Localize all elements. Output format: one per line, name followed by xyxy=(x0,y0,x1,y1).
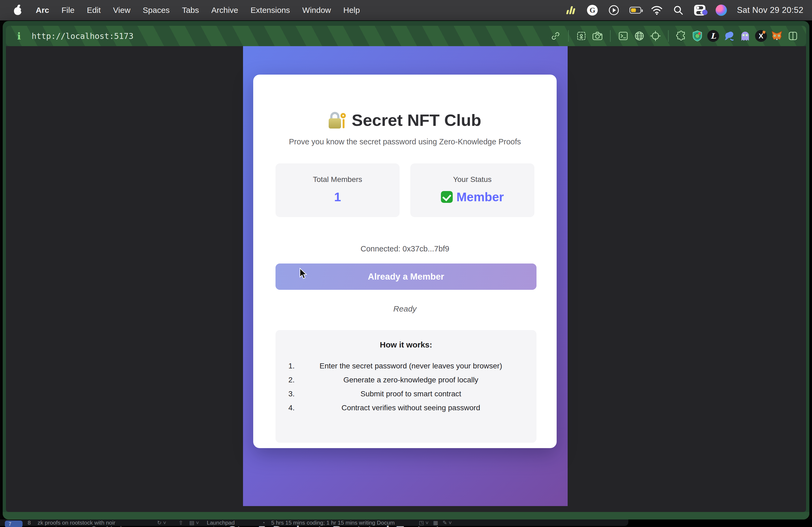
your-status-label: Your Status xyxy=(410,175,534,184)
ready-status-text: Ready xyxy=(253,304,557,313)
background-heading: Step 7: Deploy to Rootstock Testnet xyxy=(228,523,439,527)
menu-window[interactable]: Window xyxy=(296,6,337,15)
check-mark-emoji-icon xyxy=(441,191,453,203)
page-title: Secret NFT Club xyxy=(253,109,557,131)
total-members-box: Total Members 1 xyxy=(276,163,400,217)
menu-edit[interactable]: Edit xyxy=(81,6,107,15)
secret-nft-club-card: Secret NFT Club Prove you know the secre… xyxy=(253,75,557,448)
link-icon[interactable] xyxy=(549,30,562,42)
sidebar-divider xyxy=(56,525,56,527)
split-view-icon[interactable] xyxy=(787,30,799,42)
background-window: 8 zk proofs on rootstock with noir ↻ ˅ ⇧… xyxy=(0,520,812,527)
extensions-puzzle-icon[interactable] xyxy=(675,30,687,42)
ghostery-icon[interactable] xyxy=(739,30,751,42)
x-extension-icon[interactable]: X xyxy=(755,30,767,42)
apple-menu-icon[interactable] xyxy=(13,5,23,16)
app-gradient-background: Secret NFT Club Prove you know the secre… xyxy=(243,46,568,506)
page-title-text: Secret NFT Club xyxy=(352,109,481,131)
site-info-icon[interactable]: i xyxy=(17,30,21,42)
mouse-cursor xyxy=(300,268,308,280)
panel-icon[interactable]: ▤ ˅ xyxy=(189,520,199,526)
how-it-works-list: Enter the secret password (never leaves … xyxy=(276,359,536,415)
playback-icon[interactable] xyxy=(608,4,620,16)
picture-in-picture-icon[interactable] xyxy=(575,30,588,42)
toolbar-divider xyxy=(610,30,611,42)
background-window-content: Symbiosis Step 7: Deploy to Rootstock Te… xyxy=(0,525,812,527)
how-it-works-title: How it works: xyxy=(276,340,536,349)
menu-arc[interactable]: Arc xyxy=(30,6,55,15)
terminal-icon[interactable] xyxy=(617,30,629,42)
your-status-box: Your Status Member xyxy=(410,163,534,217)
total-members-value: 1 xyxy=(276,190,400,204)
menu-tabs[interactable]: Tabs xyxy=(176,6,205,15)
macos-menu-bar: Arc File Edit View Spaces Tabs Archive E… xyxy=(0,0,812,20)
bluebird-extension-icon[interactable] xyxy=(723,30,735,42)
how-step-3: Submit proof to smart contract xyxy=(293,387,528,401)
menu-bar-clock[interactable]: Sat Nov 29 20:52 xyxy=(737,5,803,15)
loom-icon[interactable]: L xyxy=(707,30,719,42)
spotlight-search-icon[interactable] xyxy=(672,4,684,16)
share-icon[interactable]: ⇧ xyxy=(178,520,183,526)
already-a-member-button[interactable]: Already a Member xyxy=(276,264,536,290)
window-bottom-edge xyxy=(3,512,809,520)
menu-view[interactable]: View xyxy=(107,6,136,15)
capture-camera-icon[interactable] xyxy=(591,30,604,42)
locked-with-key-emoji-icon xyxy=(329,111,346,129)
globe-icon[interactable] xyxy=(633,30,646,42)
total-members-label: Total Members xyxy=(276,175,400,184)
how-step-2: Generate a zero-knowledge proof locally xyxy=(293,373,528,387)
member-status-text: Member xyxy=(456,190,504,204)
metamask-icon[interactable] xyxy=(771,30,783,42)
page-viewport: Secret NFT Club Prove you know the secre… xyxy=(6,46,806,512)
address-bar-url[interactable]: http://localhost:5173 xyxy=(32,31,133,41)
battery-icon[interactable] xyxy=(629,4,641,16)
toolbar-divider xyxy=(568,30,569,42)
content-divider xyxy=(214,525,214,527)
connected-address-text: Connected: 0x37cb...7bf9 xyxy=(253,244,557,253)
toolbar-divider xyxy=(668,30,669,42)
how-step-1: Enter the secret password (never leaves … xyxy=(293,359,528,373)
how-it-works-box: How it works: Enter the secret password … xyxy=(276,330,536,443)
page-subtitle: Prove you know the secret password using… xyxy=(253,137,557,146)
wifi-icon[interactable] xyxy=(651,4,663,16)
grammarly-icon[interactable]: G xyxy=(586,4,598,16)
privacy-shield-icon[interactable] xyxy=(691,30,704,42)
siri-icon[interactable] xyxy=(715,4,727,16)
menu-extensions[interactable]: Extensions xyxy=(244,6,296,15)
browser-toolbar: i http://localhost:5173 xyxy=(6,26,806,46)
how-step-4: Contract verifies without seeing passwor… xyxy=(293,401,528,415)
arc-browser-window: i http://localhost:5173 xyxy=(3,21,809,520)
menu-file[interactable]: File xyxy=(55,6,81,15)
stats-row: Total Members 1 Your Status Member xyxy=(276,163,534,217)
crosshair-icon[interactable] xyxy=(649,30,662,42)
menu-archive[interactable]: Archive xyxy=(205,6,244,15)
your-status-value: Member xyxy=(410,190,534,204)
menu-spaces[interactable]: Spaces xyxy=(137,6,176,15)
menu-help[interactable]: Help xyxy=(337,6,366,15)
tab-count: 8 xyxy=(28,520,31,526)
control-center-icon[interactable] xyxy=(694,4,706,16)
history-back-icon[interactable]: ↻ ˅ xyxy=(157,520,166,526)
stats-icon[interactable] xyxy=(565,4,577,16)
sidebar-title: Symbiosis xyxy=(91,525,126,527)
